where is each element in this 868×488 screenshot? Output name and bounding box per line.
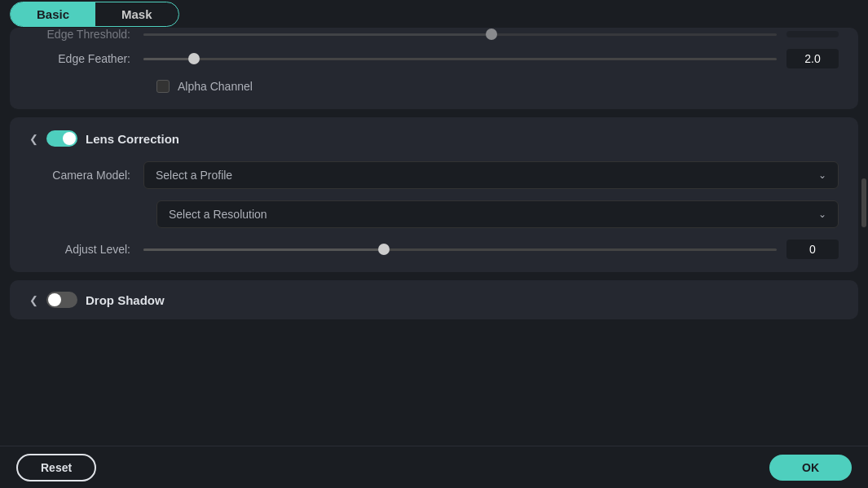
lens-correction-toggle-knob — [63, 132, 76, 145]
scrollbar-track — [860, 0, 868, 446]
camera-model-value: Select a Profile — [156, 169, 232, 182]
edge-threshold-value[interactable] — [786, 31, 839, 37]
lens-correction-chevron[interactable]: ❮ — [29, 133, 38, 145]
edge-feather-row: Edge Feather: 2.0 — [29, 49, 839, 68]
resolution-value: Select a Resolution — [169, 208, 267, 221]
adjust-level-thumb[interactable] — [378, 244, 390, 255]
camera-model-label: Camera Model: — [29, 169, 143, 182]
lens-correction-header: ❮ Lens Correction — [29, 130, 839, 147]
edge-threshold-slider[interactable] — [143, 33, 777, 36]
reset-button[interactable]: Reset — [16, 454, 96, 481]
resolution-chevron-icon: ⌄ — [818, 209, 826, 220]
ok-button[interactable]: OK — [769, 455, 852, 481]
edge-feather-thumb[interactable] — [188, 53, 200, 64]
scrollbar-thumb[interactable] — [861, 178, 866, 227]
tab-group: Basic Mask — [10, 2, 179, 27]
tab-mask[interactable]: Mask — [95, 2, 178, 26]
adjust-level-label: Adjust Level: — [29, 243, 143, 256]
alpha-channel-checkbox[interactable] — [156, 80, 170, 93]
edge-feather-label: Edge Feather: — [29, 52, 143, 65]
alpha-channel-row: Alpha Channel — [156, 80, 839, 93]
lens-correction-toggle[interactable] — [46, 130, 77, 147]
drop-shadow-toggle[interactable] — [46, 292, 77, 308]
resolution-row: Select a Resolution ⌄ — [29, 200, 839, 228]
adjust-level-row: Adjust Level: 0 — [29, 240, 839, 259]
edge-threshold-fill — [143, 33, 491, 36]
adjust-level-value[interactable]: 0 — [786, 240, 839, 259]
lens-correction-title: Lens Correction — [86, 132, 179, 146]
tab-bar: Basic Mask — [0, 0, 868, 28]
main-content: Edge Threshold: Edge Feather: 2.0 Alpha … — [0, 28, 868, 319]
edge-feather-fill — [143, 58, 194, 60]
resolution-dropdown[interactable]: Select a Resolution ⌄ — [156, 200, 839, 228]
drop-shadow-title: Drop Shadow — [86, 293, 165, 307]
edge-threshold-thumb[interactable] — [486, 29, 497, 40]
drop-shadow-chevron[interactable]: ❮ — [29, 294, 38, 306]
adjust-level-fill — [143, 248, 384, 251]
footer: Reset OK — [0, 446, 868, 488]
lens-correction-panel: ❮ Lens Correction Camera Model: Select a… — [10, 117, 858, 272]
camera-model-dropdown[interactable]: Select a Profile ⌄ — [143, 161, 839, 189]
alpha-channel-label: Alpha Channel — [178, 80, 253, 93]
edge-threshold-label: Edge Threshold: — [29, 28, 143, 41]
edge-threshold-row: Edge Threshold: — [29, 28, 839, 41]
edge-feather-slider[interactable] — [143, 58, 777, 60]
drop-shadow-toggle-knob — [48, 293, 61, 306]
adjust-level-slider[interactable] — [143, 248, 777, 251]
drop-shadow-panel: ❮ Drop Shadow — [10, 280, 858, 319]
camera-model-chevron-icon: ⌄ — [818, 169, 826, 181]
edge-feather-value[interactable]: 2.0 — [786, 49, 839, 68]
edge-section-panel: Edge Threshold: Edge Feather: 2.0 Alpha … — [10, 28, 858, 109]
camera-model-row: Camera Model: Select a Profile ⌄ — [29, 161, 839, 189]
tab-basic[interactable]: Basic — [11, 2, 95, 26]
